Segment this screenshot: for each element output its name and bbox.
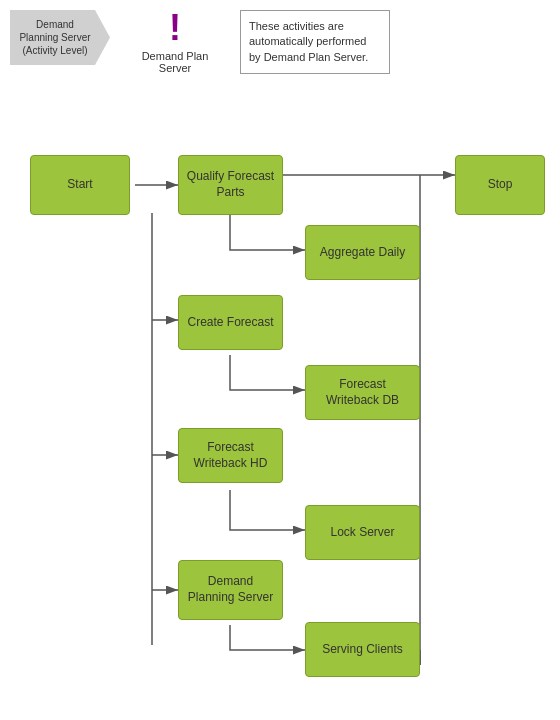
legend-demand-plan-label: Demand Plan Server <box>130 50 220 74</box>
lock-server-node: Lock Server <box>305 505 420 560</box>
qualify-label: Qualify Forecast Parts <box>184 169 277 200</box>
create-forecast-node: Create Forecast <box>178 295 283 350</box>
forecast-writeback-hd-label: Forecast Writeback HD <box>184 440 277 471</box>
stop-node: Stop <box>455 155 545 215</box>
lock-server-label: Lock Server <box>330 525 394 541</box>
legend-info-box: These activities are automatically perfo… <box>240 10 390 74</box>
legend-server-label: Demand Planning Server (Activity Level) <box>18 18 92 57</box>
start-node: Start <box>30 155 130 215</box>
exclamation-icon: ! <box>169 10 181 46</box>
forecast-writeback-db-label: Forecast Writeback DB <box>311 377 414 408</box>
serving-clients-node: Serving Clients <box>305 622 420 677</box>
legend-server-shape: Demand Planning Server (Activity Level) <box>10 10 110 65</box>
legend: Demand Planning Server (Activity Level) … <box>10 10 390 74</box>
legend-demand-plan: ! Demand Plan Server <box>130 10 220 74</box>
create-forecast-label: Create Forecast <box>187 315 273 331</box>
demand-planning-node: Demand Planning Server <box>178 560 283 620</box>
serving-clients-label: Serving Clients <box>322 642 403 658</box>
start-label: Start <box>67 177 92 193</box>
aggregate-label: Aggregate Daily <box>320 245 405 261</box>
diagram-container: Demand Planning Server (Activity Level) … <box>0 0 560 720</box>
forecast-writeback-hd-node: Forecast Writeback HD <box>178 428 283 483</box>
legend-auto-text: These activities are automatically perfo… <box>249 20 368 63</box>
qualify-node: Qualify Forecast Parts <box>178 155 283 215</box>
stop-label: Stop <box>488 177 513 193</box>
legend-server-item: Demand Planning Server (Activity Level) <box>10 10 110 65</box>
forecast-writeback-db-node: Forecast Writeback DB <box>305 365 420 420</box>
aggregate-node: Aggregate Daily <box>305 225 420 280</box>
demand-planning-label: Demand Planning Server <box>184 574 277 605</box>
